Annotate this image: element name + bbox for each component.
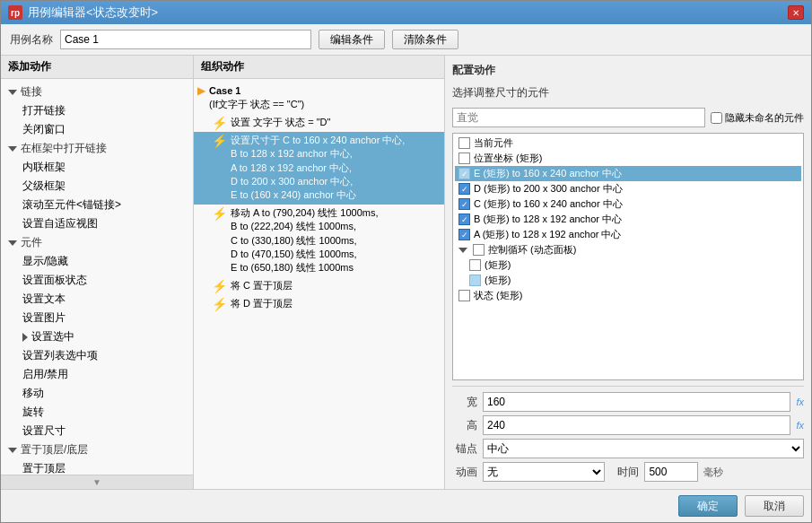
- height-input[interactable]: [483, 415, 790, 435]
- time-label: 时间: [617, 465, 639, 480]
- widget-control-loop-label: 控制循环 (动态面板): [488, 243, 576, 257]
- hide-unnamed-label[interactable]: 隐藏未命名的元件: [711, 111, 804, 125]
- anchor-select[interactable]: 中心 左上 右上 左下 右下: [483, 439, 804, 458]
- lightning-icon: ⚡: [212, 206, 227, 221]
- collapse-icon: [8, 146, 17, 152]
- group-frame-link-label: 在框架中打开链接: [21, 141, 107, 156]
- group-z-order-children: 置于顶层: [1, 459, 193, 475]
- widget-e[interactable]: E (矩形) to 160 x 240 anchor 中心: [455, 166, 801, 181]
- action-parent-frame[interactable]: 父级框架: [15, 177, 193, 196]
- height-label: 高: [452, 418, 477, 433]
- action-set-text-label: 设置 文字于 状态 = "D": [231, 116, 330, 129]
- action-rotate[interactable]: 旋转: [15, 403, 193, 422]
- widget-state[interactable]: 状态 (矩形): [455, 288, 801, 303]
- action-open-link[interactable]: 打开链接: [15, 101, 193, 120]
- group-z-order-label: 置于顶层/底层: [21, 442, 88, 458]
- width-label: 宽: [452, 395, 477, 410]
- left-panel-header: 添加动作: [1, 56, 193, 79]
- lightning-icon: ⚡: [212, 279, 227, 293]
- widget-d-label: D (矩形) to 200 x 300 anchor 中心: [474, 182, 623, 196]
- widget-b[interactable]: B (矩形) to 128 x 192 anchor 中心: [455, 212, 801, 227]
- cancel-button[interactable]: 取消: [745, 495, 804, 517]
- widget-control-loop[interactable]: 控制循环 (动态面板): [455, 242, 801, 257]
- edit-condition-button[interactable]: 编辑条件: [319, 30, 385, 49]
- action-set-selected[interactable]: 设置选中: [15, 327, 193, 346]
- action-show-hide[interactable]: 显示/隐藏: [15, 252, 193, 271]
- group-z-order: 置于顶层/底层 置于顶层: [1, 440, 193, 475]
- action-bring-to-front[interactable]: 置于顶层: [15, 459, 193, 475]
- confirm-button[interactable]: 确定: [678, 495, 738, 517]
- action-set-list-item[interactable]: 设置列表选中项: [15, 346, 193, 365]
- action-scroll-anchor[interactable]: 滚动至元件<锚链接>: [15, 196, 193, 214]
- group-frame-link-children: 内联框架 父级框架 滚动至元件<锚链接> 设置自适应视图: [1, 158, 193, 233]
- time-input[interactable]: [644, 462, 698, 482]
- action-set-text-item[interactable]: ⚡ 设置 文字于 状态 = "D": [194, 114, 444, 132]
- widget-sub-rect1[interactable]: (矩形): [455, 257, 801, 273]
- hide-unnamed-checkbox[interactable]: [711, 112, 722, 124]
- group-widget-children: 显示/隐藏 设置面板状态 设置文本 设置图片 设置选中 设置列表选中项 启用/禁…: [1, 252, 193, 440]
- mid-panel-header: 组织动作: [194, 56, 444, 79]
- action-enable-disable[interactable]: 启用/禁用: [15, 365, 193, 384]
- group-link-header[interactable]: 链接: [1, 83, 193, 101]
- lightning-icon: ⚡: [212, 297, 227, 311]
- left-panel: 添加动作 链接 打开链接 关闭窗口 在: [1, 56, 194, 489]
- widget-current-label: 当前元件: [474, 136, 513, 150]
- checkbox-d[interactable]: [458, 183, 470, 195]
- widget-a[interactable]: A (矩形) to 128 x 192 anchor 中心: [455, 227, 801, 242]
- case-name-input[interactable]: [60, 30, 311, 49]
- case-title: Case 1(If文字于 状态 == "C"): [209, 84, 304, 112]
- checkbox-b[interactable]: [458, 214, 470, 225]
- widget-position[interactable]: 位置坐标 (矩形): [455, 151, 801, 166]
- checkbox-sub-rect2[interactable]: [469, 275, 481, 286]
- app-icon: rp: [8, 5, 22, 20]
- width-input[interactable]: [483, 392, 790, 412]
- close-button[interactable]: ✕: [788, 5, 804, 20]
- action-set-size-item[interactable]: ⚡ 设置尺寸于 C to 160 x 240 anchor 中心, B to 1…: [194, 132, 444, 205]
- animation-select[interactable]: 无 线性 缓入 缓出: [483, 462, 605, 482]
- checkbox-sub-rect1[interactable]: [469, 259, 481, 271]
- group-expand-icon: [458, 248, 467, 253]
- toolbar: 用例名称 编辑条件 清除条件: [1, 24, 811, 56]
- group-frame-link-header[interactable]: 在框架中打开链接: [1, 139, 193, 158]
- action-move[interactable]: 移动: [15, 384, 193, 403]
- fx-button-height[interactable]: fx: [796, 420, 804, 431]
- widget-search-input[interactable]: [452, 108, 705, 127]
- action-move-item[interactable]: ⚡ 移动 A to (790,204) 线性 1000ms, B to (222…: [194, 205, 444, 277]
- action-set-text[interactable]: 设置文本: [15, 290, 193, 309]
- widget-c-label: C (矩形) to 160 x 240 anchor 中心: [474, 197, 623, 211]
- widget-c[interactable]: C (矩形) to 160 x 240 anchor 中心: [455, 196, 801, 212]
- window-title: 用例编辑器<状态改变时>: [28, 4, 788, 21]
- action-set-image[interactable]: 设置图片: [15, 309, 193, 327]
- group-widget-header[interactable]: 元件: [1, 233, 193, 252]
- action-bring-d-front[interactable]: ⚡ 将 D 置于顶层: [194, 295, 444, 313]
- action-set-panel-state[interactable]: 设置面板状态: [15, 271, 193, 290]
- checkbox-position[interactable]: [458, 153, 470, 164]
- widget-sub-rect2[interactable]: (矩形): [455, 273, 801, 288]
- case-header[interactable]: ▶ Case 1(If文字于 状态 == "C"): [194, 83, 444, 114]
- fx-button-width[interactable]: fx: [796, 397, 804, 407]
- action-adaptive-view[interactable]: 设置自适应视图: [15, 214, 193, 233]
- widget-d[interactable]: D (矩形) to 200 x 300 anchor 中心: [455, 181, 801, 196]
- animation-row: 动画 无 线性 缓入 缓出 时间 毫秒: [452, 462, 804, 482]
- ms-label: 毫秒: [703, 466, 723, 479]
- group-link-label: 链接: [21, 84, 42, 100]
- bottom-buttons: 确定 取消: [1, 489, 811, 522]
- checkbox-current[interactable]: [458, 137, 470, 149]
- checkbox-e[interactable]: [458, 168, 470, 179]
- group-z-order-header[interactable]: 置于顶层/底层: [1, 440, 193, 459]
- action-bring-c-front[interactable]: ⚡ 将 C 置于顶层: [194, 277, 444, 295]
- widget-list: 当前元件 位置坐标 (矩形) E (矩形) to 160 x 240 ancho…: [452, 133, 804, 380]
- checkbox-state[interactable]: [458, 290, 470, 301]
- checkbox-control-loop[interactable]: [473, 244, 485, 256]
- checkbox-c[interactable]: [458, 198, 470, 210]
- action-tree: 链接 打开链接 关闭窗口 在框架中打开链接 内联框架 父级框架: [1, 79, 193, 475]
- props-area: 宽 fx 高 fx 锚点 中心 左上 右上 左下 右下: [452, 386, 804, 482]
- checkbox-a[interactable]: [458, 229, 470, 240]
- action-inline-frame[interactable]: 内联框架: [15, 158, 193, 177]
- widget-current[interactable]: 当前元件: [455, 135, 801, 151]
- action-set-size[interactable]: 设置尺寸: [15, 422, 193, 440]
- clear-condition-button[interactable]: 清除条件: [392, 30, 458, 49]
- height-row: 高 fx: [452, 415, 804, 435]
- action-close-window[interactable]: 关闭窗口: [15, 120, 193, 139]
- select-widget-header: 选择调整尺寸的元件: [452, 85, 804, 100]
